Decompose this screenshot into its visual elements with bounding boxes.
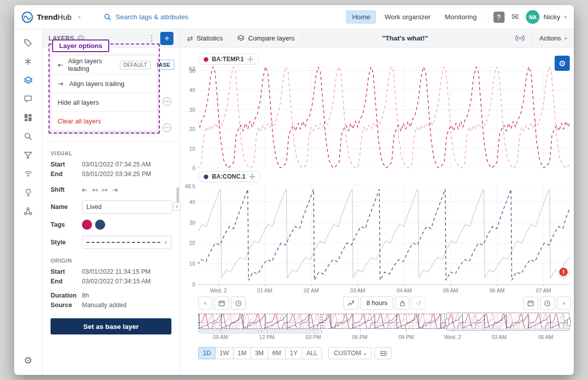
time-axis: Wed, 201 AM02 AM03 AM04 AM05 AM06 AM07 A… bbox=[198, 284, 571, 293]
pan-left-button[interactable]: ‹ bbox=[198, 297, 212, 310]
overview-axis: 09 AM12 PM03 PM06 PM09 PMWed, 203 AM06 A… bbox=[198, 334, 571, 341]
origin-section-heading: ORIGIN bbox=[42, 258, 179, 264]
gear-icon[interactable]: ⚙ bbox=[18, 351, 38, 370]
statistics-icon: ⇄ bbox=[187, 34, 193, 43]
nav-item-monitoring[interactable]: Monitoring bbox=[439, 10, 483, 24]
shift-left-icon[interactable]: ↤ bbox=[92, 186, 98, 194]
statistics-button[interactable]: ⇄ Statistics bbox=[180, 29, 230, 47]
calendar-end-button[interactable] bbox=[523, 297, 538, 310]
comments-icon[interactable] bbox=[18, 90, 38, 108]
undo-icon[interactable]: ↺ bbox=[412, 297, 426, 310]
layer-origin-region[interactable] bbox=[198, 314, 321, 329]
envelope-icon[interactable]: ✉ bbox=[512, 12, 519, 22]
range-6m-button[interactable]: 6M bbox=[268, 347, 286, 359]
line-style-select[interactable]: ▾ bbox=[82, 236, 171, 249]
lightbulb-icon[interactable] bbox=[18, 183, 38, 202]
chart-settings-button[interactable]: ⚙ bbox=[555, 56, 570, 71]
timeframe-picker-icon bbox=[380, 351, 387, 356]
shift-right-to-bar-icon[interactable]: ⇥ bbox=[112, 186, 118, 194]
hide-layer-icon[interactable] bbox=[163, 97, 171, 106]
user-menu[interactable]: NA Nicky ▾ bbox=[526, 10, 567, 24]
nav-item-work-organizer[interactable]: Work organizer bbox=[378, 10, 436, 24]
chevron-down-icon[interactable]: ▾ bbox=[78, 14, 80, 20]
broadcast-icon[interactable] bbox=[18, 164, 38, 183]
chevron-down-icon: ▾ bbox=[164, 238, 167, 247]
left-icon-rail: ⚙ bbox=[14, 29, 42, 375]
edit-timespan-icon[interactable] bbox=[343, 297, 358, 310]
clock-icon bbox=[544, 300, 551, 307]
menu-item-hide-all-layers[interactable]: Hide all layers bbox=[52, 93, 157, 112]
live-mode-button[interactable] bbox=[508, 29, 532, 47]
chevron-down-icon: ▾ bbox=[564, 14, 567, 20]
shift-left-to-bar-icon[interactable]: ⇤ bbox=[82, 186, 87, 194]
layer-shift-slider[interactable] bbox=[198, 329, 323, 333]
shift-right-icon[interactable]: ↦ bbox=[102, 186, 108, 194]
nav-item-home[interactable]: Home bbox=[346, 10, 376, 24]
legend-chip-temp[interactable]: BA:TEMP.1 bbox=[198, 54, 259, 65]
hide-layer-icon[interactable] bbox=[163, 123, 171, 132]
overview-strip[interactable]: 09 AM12 PM03 PM06 PM09 PMWed, 203 AM06 A… bbox=[198, 314, 571, 342]
compare-layers-icon bbox=[237, 34, 245, 42]
layers-panel: LAYERS ? ⋮ + BASE Layer options ⇤ Align … bbox=[42, 29, 180, 375]
tag-color-dot[interactable] bbox=[95, 220, 105, 230]
range-1y-button[interactable]: 1Y bbox=[285, 347, 302, 359]
chevron-up-icon: ▴ bbox=[364, 351, 366, 356]
layers-icon[interactable] bbox=[18, 71, 38, 90]
charts-area: ⚙ BA:TEMP.1 0102030405052 bbox=[180, 48, 574, 375]
end-label: End bbox=[51, 170, 82, 179]
layer-name-input[interactable] bbox=[82, 200, 172, 214]
top-nav: Home Work organizer Monitoring bbox=[346, 10, 482, 24]
gear-icon: ⚙ bbox=[559, 59, 566, 68]
search-icon[interactable] bbox=[18, 127, 38, 146]
chart-temp-plot[interactable]: 0102030405052 bbox=[198, 67, 571, 168]
add-layer-button[interactable]: + bbox=[160, 32, 173, 45]
y-axis-conc: 01020304048.5 bbox=[181, 184, 196, 284]
duration-button[interactable]: 8 hours bbox=[360, 297, 394, 310]
menu-item-align-leading[interactable]: ⇤ Align layers leading DEFAULT bbox=[52, 56, 157, 74]
pan-right-button[interactable]: › bbox=[557, 297, 571, 310]
overview-selection-window[interactable] bbox=[446, 313, 570, 330]
network-icon[interactable] bbox=[18, 202, 38, 221]
kebab-menu-icon[interactable]: ⋮ bbox=[146, 34, 157, 43]
help-icon[interactable]: ? bbox=[493, 12, 505, 23]
legend-chip-conc[interactable]: BA:CONC.1 bbox=[198, 171, 261, 182]
search-input[interactable] bbox=[115, 13, 227, 21]
close-icon[interactable]: × bbox=[173, 202, 181, 210]
timeframe-picker-button[interactable] bbox=[375, 347, 392, 359]
menu-item-align-trailing[interactable]: ⇥ Align layers trailing bbox=[52, 74, 157, 93]
range-1d-button[interactable]: 1D bbox=[198, 347, 215, 359]
alert-badge[interactable]: ! bbox=[558, 267, 569, 277]
brand-name: TrendHub bbox=[37, 13, 71, 21]
actions-button[interactable]: Actions ▾ bbox=[532, 29, 574, 47]
range-all-button[interactable]: ALL bbox=[302, 347, 322, 359]
style-label: Style bbox=[51, 238, 82, 247]
range-1w-button[interactable]: 1W bbox=[215, 347, 234, 359]
tags-icon[interactable] bbox=[18, 33, 38, 52]
filter-icon[interactable] bbox=[18, 146, 38, 164]
chart-conc-plot[interactable]: 01020304048.5 ! bbox=[198, 184, 571, 284]
tag-color-dot[interactable] bbox=[82, 220, 92, 230]
clock-end-button[interactable] bbox=[540, 297, 555, 310]
global-search[interactable] bbox=[104, 13, 227, 21]
range-3m-button[interactable]: 3M bbox=[250, 347, 268, 359]
drag-handle-icon[interactable] bbox=[249, 174, 255, 180]
calendar-start-button[interactable] bbox=[214, 297, 229, 310]
trendhub-logo-icon bbox=[21, 11, 33, 23]
menu-item-clear-all-layers[interactable]: Clear all layers bbox=[52, 112, 157, 131]
clock-icon bbox=[235, 300, 242, 307]
brand[interactable]: TrendHub ▾ bbox=[21, 11, 80, 23]
custom-range-button[interactable]: CUSTOM ▴ bbox=[328, 347, 372, 359]
align-leading-icon: ⇤ bbox=[58, 61, 64, 69]
lock-timespan-button[interactable] bbox=[395, 297, 410, 310]
layer-origin-region[interactable] bbox=[323, 314, 445, 329]
set-as-base-layer-button[interactable]: Set as base layer bbox=[51, 318, 171, 334]
clock-start-button[interactable] bbox=[231, 297, 246, 310]
y-axis-temp: 0102030405052 bbox=[181, 67, 196, 168]
panel-scrollbar[interactable] bbox=[176, 187, 179, 203]
drag-handle-icon[interactable] bbox=[247, 56, 253, 62]
dashboards-icon[interactable] bbox=[18, 108, 38, 127]
compare-layers-button[interactable]: Compare layers bbox=[230, 29, 302, 47]
range-1m-button[interactable]: 1M bbox=[233, 347, 251, 359]
layer-options-label: Layer options bbox=[52, 39, 109, 52]
calculations-icon[interactable] bbox=[18, 52, 38, 71]
